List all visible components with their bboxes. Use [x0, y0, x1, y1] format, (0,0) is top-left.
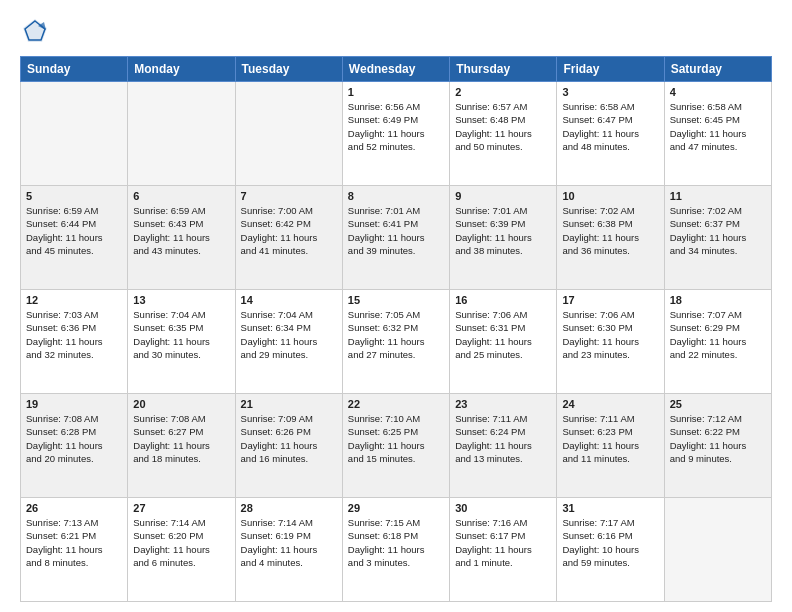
day-info: Sunrise: 7:17 AM Sunset: 6:16 PM Dayligh… [562, 516, 658, 569]
day-info: Sunrise: 7:06 AM Sunset: 6:30 PM Dayligh… [562, 308, 658, 361]
calendar-week-row: 26Sunrise: 7:13 AM Sunset: 6:21 PM Dayli… [21, 498, 772, 602]
header [20, 16, 772, 46]
day-number: 29 [348, 502, 444, 514]
logo [20, 16, 54, 46]
calendar-cell: 13Sunrise: 7:04 AM Sunset: 6:35 PM Dayli… [128, 290, 235, 394]
day-info: Sunrise: 7:13 AM Sunset: 6:21 PM Dayligh… [26, 516, 122, 569]
calendar-cell: 11Sunrise: 7:02 AM Sunset: 6:37 PM Dayli… [664, 186, 771, 290]
calendar-cell: 20Sunrise: 7:08 AM Sunset: 6:27 PM Dayli… [128, 394, 235, 498]
day-number: 7 [241, 190, 337, 202]
day-info: Sunrise: 7:08 AM Sunset: 6:27 PM Dayligh… [133, 412, 229, 465]
day-number: 18 [670, 294, 766, 306]
day-number: 2 [455, 86, 551, 98]
day-number: 11 [670, 190, 766, 202]
day-number: 9 [455, 190, 551, 202]
calendar-cell: 21Sunrise: 7:09 AM Sunset: 6:26 PM Dayli… [235, 394, 342, 498]
calendar-cell: 14Sunrise: 7:04 AM Sunset: 6:34 PM Dayli… [235, 290, 342, 394]
calendar-cell: 24Sunrise: 7:11 AM Sunset: 6:23 PM Dayli… [557, 394, 664, 498]
day-number: 24 [562, 398, 658, 410]
weekday-header-row: SundayMondayTuesdayWednesdayThursdayFrid… [21, 57, 772, 82]
day-info: Sunrise: 7:02 AM Sunset: 6:37 PM Dayligh… [670, 204, 766, 257]
day-info: Sunrise: 7:07 AM Sunset: 6:29 PM Dayligh… [670, 308, 766, 361]
weekday-header-saturday: Saturday [664, 57, 771, 82]
day-number: 25 [670, 398, 766, 410]
day-number: 20 [133, 398, 229, 410]
day-info: Sunrise: 7:09 AM Sunset: 6:26 PM Dayligh… [241, 412, 337, 465]
day-info: Sunrise: 6:57 AM Sunset: 6:48 PM Dayligh… [455, 100, 551, 153]
calendar-week-row: 1Sunrise: 6:56 AM Sunset: 6:49 PM Daylig… [21, 82, 772, 186]
logo-icon [20, 16, 50, 46]
day-info: Sunrise: 7:15 AM Sunset: 6:18 PM Dayligh… [348, 516, 444, 569]
calendar-cell: 8Sunrise: 7:01 AM Sunset: 6:41 PM Daylig… [342, 186, 449, 290]
day-info: Sunrise: 7:00 AM Sunset: 6:42 PM Dayligh… [241, 204, 337, 257]
day-info: Sunrise: 7:10 AM Sunset: 6:25 PM Dayligh… [348, 412, 444, 465]
calendar-cell: 16Sunrise: 7:06 AM Sunset: 6:31 PM Dayli… [450, 290, 557, 394]
day-info: Sunrise: 7:03 AM Sunset: 6:36 PM Dayligh… [26, 308, 122, 361]
day-info: Sunrise: 7:02 AM Sunset: 6:38 PM Dayligh… [562, 204, 658, 257]
calendar-week-row: 5Sunrise: 6:59 AM Sunset: 6:44 PM Daylig… [21, 186, 772, 290]
calendar-cell: 25Sunrise: 7:12 AM Sunset: 6:22 PM Dayli… [664, 394, 771, 498]
day-number: 13 [133, 294, 229, 306]
day-info: Sunrise: 7:08 AM Sunset: 6:28 PM Dayligh… [26, 412, 122, 465]
day-number: 28 [241, 502, 337, 514]
day-number: 23 [455, 398, 551, 410]
weekday-header-sunday: Sunday [21, 57, 128, 82]
day-number: 27 [133, 502, 229, 514]
weekday-header-wednesday: Wednesday [342, 57, 449, 82]
day-number: 12 [26, 294, 122, 306]
calendar-cell: 18Sunrise: 7:07 AM Sunset: 6:29 PM Dayli… [664, 290, 771, 394]
day-info: Sunrise: 7:12 AM Sunset: 6:22 PM Dayligh… [670, 412, 766, 465]
calendar-week-row: 19Sunrise: 7:08 AM Sunset: 6:28 PM Dayli… [21, 394, 772, 498]
calendar-cell: 19Sunrise: 7:08 AM Sunset: 6:28 PM Dayli… [21, 394, 128, 498]
calendar-cell [21, 82, 128, 186]
day-info: Sunrise: 7:14 AM Sunset: 6:20 PM Dayligh… [133, 516, 229, 569]
weekday-header-tuesday: Tuesday [235, 57, 342, 82]
day-number: 10 [562, 190, 658, 202]
day-info: Sunrise: 7:04 AM Sunset: 6:34 PM Dayligh… [241, 308, 337, 361]
calendar-cell: 12Sunrise: 7:03 AM Sunset: 6:36 PM Dayli… [21, 290, 128, 394]
day-number: 14 [241, 294, 337, 306]
calendar-cell: 9Sunrise: 7:01 AM Sunset: 6:39 PM Daylig… [450, 186, 557, 290]
day-info: Sunrise: 7:01 AM Sunset: 6:41 PM Dayligh… [348, 204, 444, 257]
weekday-header-monday: Monday [128, 57, 235, 82]
calendar-cell: 27Sunrise: 7:14 AM Sunset: 6:20 PM Dayli… [128, 498, 235, 602]
calendar-cell: 2Sunrise: 6:57 AM Sunset: 6:48 PM Daylig… [450, 82, 557, 186]
day-number: 6 [133, 190, 229, 202]
calendar-cell: 17Sunrise: 7:06 AM Sunset: 6:30 PM Dayli… [557, 290, 664, 394]
day-number: 15 [348, 294, 444, 306]
calendar-cell [664, 498, 771, 602]
day-info: Sunrise: 7:05 AM Sunset: 6:32 PM Dayligh… [348, 308, 444, 361]
calendar-cell: 10Sunrise: 7:02 AM Sunset: 6:38 PM Dayli… [557, 186, 664, 290]
page: SundayMondayTuesdayWednesdayThursdayFrid… [0, 0, 792, 612]
calendar-table: SundayMondayTuesdayWednesdayThursdayFrid… [20, 56, 772, 602]
calendar-cell [235, 82, 342, 186]
calendar-cell: 23Sunrise: 7:11 AM Sunset: 6:24 PM Dayli… [450, 394, 557, 498]
calendar-cell: 1Sunrise: 6:56 AM Sunset: 6:49 PM Daylig… [342, 82, 449, 186]
calendar-cell [128, 82, 235, 186]
day-number: 30 [455, 502, 551, 514]
day-number: 21 [241, 398, 337, 410]
calendar-cell: 6Sunrise: 6:59 AM Sunset: 6:43 PM Daylig… [128, 186, 235, 290]
day-number: 1 [348, 86, 444, 98]
calendar-cell: 30Sunrise: 7:16 AM Sunset: 6:17 PM Dayli… [450, 498, 557, 602]
day-info: Sunrise: 7:16 AM Sunset: 6:17 PM Dayligh… [455, 516, 551, 569]
calendar-cell: 7Sunrise: 7:00 AM Sunset: 6:42 PM Daylig… [235, 186, 342, 290]
day-number: 4 [670, 86, 766, 98]
weekday-header-thursday: Thursday [450, 57, 557, 82]
day-number: 19 [26, 398, 122, 410]
day-info: Sunrise: 6:58 AM Sunset: 6:45 PM Dayligh… [670, 100, 766, 153]
calendar-cell: 28Sunrise: 7:14 AM Sunset: 6:19 PM Dayli… [235, 498, 342, 602]
calendar-cell: 3Sunrise: 6:58 AM Sunset: 6:47 PM Daylig… [557, 82, 664, 186]
calendar-cell: 26Sunrise: 7:13 AM Sunset: 6:21 PM Dayli… [21, 498, 128, 602]
calendar-week-row: 12Sunrise: 7:03 AM Sunset: 6:36 PM Dayli… [21, 290, 772, 394]
weekday-header-friday: Friday [557, 57, 664, 82]
calendar-cell: 4Sunrise: 6:58 AM Sunset: 6:45 PM Daylig… [664, 82, 771, 186]
day-number: 5 [26, 190, 122, 202]
day-info: Sunrise: 6:59 AM Sunset: 6:43 PM Dayligh… [133, 204, 229, 257]
day-number: 22 [348, 398, 444, 410]
day-number: 26 [26, 502, 122, 514]
day-info: Sunrise: 6:58 AM Sunset: 6:47 PM Dayligh… [562, 100, 658, 153]
day-info: Sunrise: 7:11 AM Sunset: 6:24 PM Dayligh… [455, 412, 551, 465]
day-number: 8 [348, 190, 444, 202]
day-number: 17 [562, 294, 658, 306]
